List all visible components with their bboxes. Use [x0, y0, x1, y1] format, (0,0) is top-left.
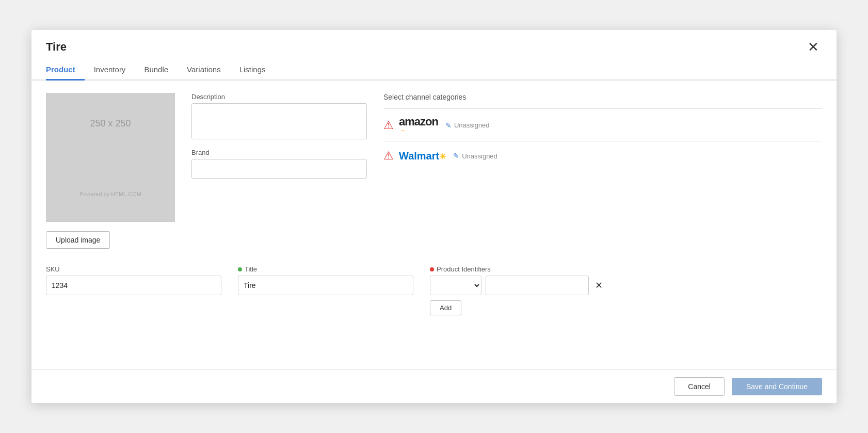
walmart-logo: Walmart✳	[399, 150, 446, 162]
upload-image-button[interactable]: Upload image	[46, 231, 110, 249]
modal-title: Tire	[46, 40, 67, 54]
close-button[interactable]: ✕	[805, 39, 822, 55]
product-id-label-text: Product Identifiers	[437, 265, 491, 273]
brand-input[interactable]	[191, 159, 367, 179]
title-required-dot	[238, 267, 242, 271]
brand-field-group: Brand	[191, 149, 367, 179]
product-identifiers-label: Product Identifiers	[430, 265, 605, 273]
middle-column: Description Brand	[191, 93, 367, 249]
sku-input[interactable]	[46, 276, 221, 295]
amazon-logo: amazon →	[399, 116, 438, 134]
title-label: Title	[238, 265, 413, 273]
powered-label: Powered by HTML.COM	[79, 191, 141, 197]
tab-listings[interactable]: Listings	[239, 60, 275, 81]
left-column: 250 x 250 Powered by HTML.COM Upload ima…	[46, 93, 175, 249]
right-column: Select channel categories ⚠ amazon → ✎ U…	[383, 93, 822, 249]
save-continue-button[interactable]: Save and Continue	[732, 378, 822, 395]
image-placeholder: 250 x 250 Powered by HTML.COM	[46, 93, 175, 222]
tab-variations[interactable]: Variations	[187, 60, 230, 81]
sku-field-group: SKU	[46, 265, 221, 295]
product-id-row: UPC EAN ISBN ASIN ✕	[430, 276, 605, 295]
title-field-group: Title	[238, 265, 413, 295]
product-id-value-input[interactable]	[486, 276, 589, 295]
channel-item-walmart: ⚠ Walmart✳ ✎ Unassigned	[383, 149, 822, 170]
modal: Tire ✕ Product Inventory Bundle Variatio…	[31, 30, 837, 403]
main-row: 250 x 250 Powered by HTML.COM Upload ima…	[46, 93, 822, 249]
modal-header: Tire ✕	[31, 30, 837, 60]
walmart-name-text: Walmart✳	[399, 150, 446, 162]
product-identifiers-group: Product Identifiers UPC EAN ISBN ASIN ✕	[430, 265, 605, 315]
amazon-warning-icon: ⚠	[383, 119, 394, 132]
description-field-group: Description	[191, 93, 367, 139]
brand-label: Brand	[191, 149, 367, 156]
walmart-unassigned-label: Unassigned	[462, 152, 497, 160]
walmart-spark-icon: ✳	[439, 152, 446, 161]
modal-footer: Cancel Save and Continue	[31, 370, 837, 403]
description-label: Description	[191, 93, 367, 101]
add-identifier-button[interactable]: Add	[430, 300, 461, 315]
tab-bundle[interactable]: Bundle	[144, 60, 178, 81]
bottom-row: SKU Title Product Identifiers	[46, 265, 822, 315]
remove-id-button[interactable]: ✕	[593, 280, 605, 291]
product-id-required-dot	[430, 267, 434, 271]
product-id-type-select[interactable]: UPC EAN ISBN ASIN	[430, 276, 481, 295]
bottom-section: SKU Title Product Identifiers	[46, 265, 822, 315]
tabs-bar: Product Inventory Bundle Variations List…	[31, 60, 837, 81]
channel-divider	[383, 108, 822, 109]
title-input[interactable]	[238, 276, 413, 295]
cancel-button[interactable]: Cancel	[674, 377, 725, 396]
tab-inventory[interactable]: Inventory	[94, 60, 135, 81]
amazon-edit-group: ✎ Unassigned	[445, 121, 490, 130]
image-size-label: 250 x 250	[90, 118, 131, 129]
amazon-name-text: amazon	[399, 116, 438, 127]
amazon-unassigned-label: Unassigned	[454, 121, 490, 129]
modal-body: 250 x 250 Powered by HTML.COM Upload ima…	[31, 81, 837, 370]
sku-label: SKU	[46, 265, 221, 273]
amazon-arrow-icon: →	[399, 126, 406, 134]
channel-section-title: Select channel categories	[383, 93, 822, 101]
walmart-edit-group: ✎ Unassigned	[453, 152, 497, 160]
amazon-edit-icon[interactable]: ✎	[445, 121, 452, 130]
description-input[interactable]	[191, 103, 367, 139]
walmart-edit-icon[interactable]: ✎	[453, 152, 459, 160]
walmart-warning-icon: ⚠	[383, 149, 394, 163]
channel-item-amazon: ⚠ amazon → ✎ Unassigned	[383, 116, 822, 142]
tab-product[interactable]: Product	[46, 60, 85, 81]
title-label-text: Title	[245, 265, 257, 273]
